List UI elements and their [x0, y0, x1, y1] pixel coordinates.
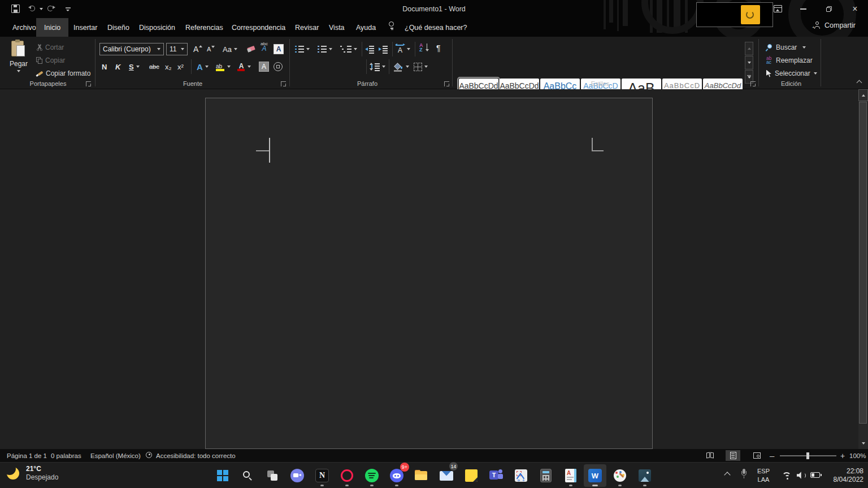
battery-icon[interactable]	[810, 472, 822, 478]
show-hide-pilcrow-button[interactable]: ¶	[436, 42, 441, 54]
start-button[interactable]	[211, 464, 234, 487]
lightbulb-icon[interactable]	[389, 21, 395, 30]
tab-disposicion[interactable]: Disposición	[131, 18, 183, 37]
document-canvas	[0, 89, 868, 449]
clipboard-dialog-launcher[interactable]	[86, 81, 91, 86]
status-page[interactable]: Página 1 de 1	[7, 449, 47, 462]
scrollbar-thumb[interactable]	[859, 102, 867, 424]
file-explorer-button[interactable]	[410, 464, 433, 487]
wifi-icon[interactable]	[782, 472, 792, 480]
notion-app-button[interactable]: N	[311, 464, 333, 487]
increase-indent-button[interactable]	[379, 43, 388, 55]
bullets-button[interactable]	[295, 43, 310, 55]
text-effects-button[interactable]: A	[197, 60, 209, 73]
document-page[interactable]	[205, 98, 653, 449]
tab-inicio[interactable]: Inicio	[36, 18, 68, 37]
bold-button[interactable]: N	[102, 60, 107, 73]
styles-dialog-launcher[interactable]	[750, 81, 756, 86]
tab-ayuda[interactable]: Ayuda	[348, 18, 384, 37]
tab-correspondencia[interactable]: Correspondencia	[224, 18, 293, 37]
styles-scroll-down-button[interactable]	[745, 56, 753, 69]
font-size-combobox[interactable]: 11	[166, 43, 188, 55]
italic-button[interactable]: K	[115, 60, 120, 73]
character-border-button[interactable]: A	[274, 43, 284, 55]
clock[interactable]: 22:08 8/04/2022	[826, 467, 863, 484]
superscript-button[interactable]: x²	[177, 60, 184, 73]
zoom-out-button[interactable]: –	[770, 449, 774, 462]
calculator-button[interactable]	[535, 464, 557, 487]
find-button[interactable]: Buscar	[766, 41, 806, 54]
microphone-tray-icon[interactable]	[740, 469, 747, 480]
teams-chat-button[interactable]	[286, 464, 309, 487]
paragraph-dialog-launcher[interactable]	[444, 81, 449, 86]
ribbon-display-options-icon[interactable]	[774, 5, 782, 12]
minimize-button[interactable]	[790, 0, 816, 18]
photos-button[interactable]	[633, 464, 656, 487]
share-button[interactable]: + Compartir	[814, 21, 856, 29]
status-accessibility[interactable]: Accesibilidad: todo correcto	[146, 449, 236, 462]
fit-text-button[interactable]: A	[396, 43, 410, 55]
language-indicator[interactable]: ESP LAA	[757, 467, 770, 484]
print-layout-button[interactable]	[726, 450, 740, 461]
text-highlight-button[interactable]: ab	[216, 60, 231, 73]
multilevel-list-button[interactable]	[340, 43, 357, 55]
scroll-down-button[interactable]	[858, 437, 868, 449]
phonetic-guide-button[interactable]: abc A	[261, 42, 268, 54]
opera-gx-button[interactable]	[336, 464, 358, 487]
status-language[interactable]: Español (México)	[90, 449, 141, 462]
numbering-button[interactable]	[318, 43, 332, 55]
close-button[interactable]: ×	[842, 0, 868, 18]
copy-button[interactable]: Copiar	[36, 54, 65, 67]
grow-font-button[interactable]: A	[193, 43, 202, 55]
scroll-up-button[interactable]	[858, 89, 868, 101]
sort-button[interactable]: A Z	[419, 41, 429, 54]
snipping-tool-button[interactable]	[510, 464, 532, 487]
font-dialog-launcher[interactable]	[281, 81, 286, 86]
subscript-button[interactable]: x₂	[165, 60, 172, 73]
font-color-button[interactable]: A	[237, 60, 251, 73]
zoom-slider-track[interactable]	[780, 455, 836, 456]
weather-widget[interactable]: 21°C Despejado	[6, 465, 58, 482]
shading-button[interactable]	[393, 60, 409, 73]
journal-app-button[interactable]: A	[559, 464, 582, 487]
web-layout-button[interactable]	[749, 450, 764, 461]
paint-button[interactable]	[609, 464, 631, 487]
font-name-combobox[interactable]: Calibri (Cuerpo)	[99, 43, 164, 55]
enclose-characters-button[interactable]	[274, 60, 283, 73]
tray-overflow-chevron[interactable]	[722, 470, 732, 478]
mail-button[interactable]: 14	[435, 464, 458, 487]
underline-button[interactable]: S	[129, 60, 140, 73]
zoom-percentage[interactable]: 100%	[849, 449, 866, 462]
replace-button[interactable]: ab ac Reemplazar	[766, 54, 813, 67]
format-painter-button[interactable]: Copiar formato	[36, 67, 90, 80]
collapse-ribbon-button[interactable]	[856, 80, 862, 85]
word-taskbar-button[interactable]: W	[584, 464, 606, 487]
cut-button[interactable]: Cortar	[36, 41, 64, 54]
discord-button[interactable]: 9+	[385, 464, 408, 487]
search-taskbar-button[interactable]	[236, 464, 259, 487]
clear-formatting-button[interactable]	[247, 43, 256, 55]
strikethrough-button[interactable]: abc	[149, 60, 159, 73]
status-words[interactable]: 0 palabras	[51, 449, 81, 462]
tab-referencias[interactable]: Referencias	[177, 18, 231, 37]
paste-button[interactable]: Pegar	[5, 40, 33, 79]
line-spacing-button[interactable]	[370, 60, 385, 73]
speaker-icon[interactable]	[797, 471, 808, 480]
decrease-indent-button[interactable]	[365, 43, 374, 55]
spotify-button[interactable]	[361, 464, 383, 487]
select-button[interactable]: Seleccionar	[766, 67, 817, 80]
zoom-slider-handle[interactable]	[806, 452, 809, 459]
tell-me-box[interactable]: ¿Qué desea hacer?	[397, 18, 475, 37]
microsoft-teams-button[interactable]: T	[485, 464, 507, 487]
change-case-button[interactable]: Aa	[223, 43, 237, 55]
read-mode-button[interactable]	[703, 450, 718, 461]
zoom-in-button[interactable]: +	[840, 449, 845, 462]
restore-button[interactable]	[816, 0, 842, 18]
borders-button[interactable]	[414, 60, 428, 73]
task-view-button[interactable]	[261, 464, 284, 487]
vertical-scrollbar[interactable]	[858, 89, 868, 449]
shrink-font-button[interactable]: A	[207, 43, 215, 55]
sticky-notes-button[interactable]	[460, 464, 483, 487]
styles-scroll-up-button[interactable]	[745, 42, 753, 55]
character-shading-button[interactable]: A	[259, 60, 269, 73]
